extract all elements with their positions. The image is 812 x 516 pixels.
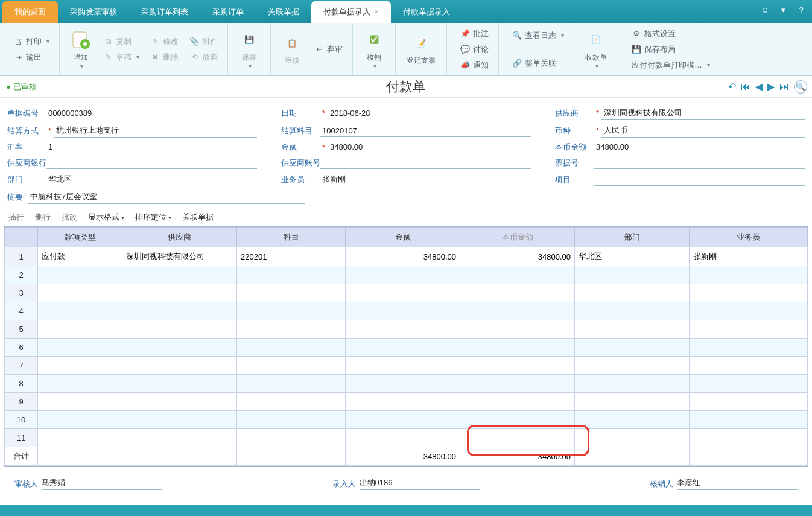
- table-row[interactable]: 3: [5, 284, 808, 302]
- delete-button[interactable]: ✖删除: [147, 50, 182, 65]
- cell-local[interactable]: [460, 320, 575, 339]
- printtpl-button[interactable]: 应付付款单打印模…: [628, 58, 714, 72]
- cell-supplier[interactable]: [122, 375, 237, 393]
- table-row[interactable]: 7: [5, 357, 808, 375]
- cell-account[interactable]: [237, 266, 346, 284]
- doc-no-field[interactable]: 0000000389: [46, 107, 257, 119]
- cell-amount[interactable]: [346, 375, 460, 393]
- col-amount[interactable]: 金额: [346, 228, 460, 247]
- cell-amount[interactable]: [346, 302, 460, 320]
- batch-edit-button[interactable]: 批改: [62, 212, 77, 223]
- save-button[interactable]: 💾 保存: [234, 27, 264, 72]
- cell-dept[interactable]: [575, 284, 690, 302]
- cell-type[interactable]: [38, 375, 122, 393]
- cell-dept[interactable]: [575, 357, 690, 375]
- cell-supplier[interactable]: [122, 411, 237, 429]
- cell-supplier[interactable]: [122, 320, 237, 339]
- cell-type[interactable]: [38, 284, 122, 302]
- next-icon[interactable]: ▶: [767, 81, 775, 92]
- cell-sales[interactable]: [690, 266, 808, 284]
- abandon-button[interactable]: ⟲放弃: [186, 50, 221, 65]
- table-row[interactable]: 4: [5, 302, 808, 320]
- notify-button[interactable]: 📣通知: [457, 58, 492, 72]
- cell-dept[interactable]: [575, 339, 690, 357]
- cell-dept[interactable]: [575, 375, 690, 393]
- col-supplier[interactable]: 供应商: [122, 228, 237, 247]
- cell-amount[interactable]: [346, 284, 460, 302]
- cell-account[interactable]: [237, 393, 346, 411]
- rate-field[interactable]: 1: [46, 141, 257, 153]
- undo-icon[interactable]: ↶: [728, 81, 736, 92]
- tab-mydesk[interactable]: 我的桌面: [2, 1, 58, 23]
- whole-rel-button[interactable]: 🔗整单关联: [509, 56, 568, 71]
- tab-active[interactable]: 付款单据录入×: [311, 1, 391, 23]
- cell-sales[interactable]: [690, 357, 808, 375]
- local-amount-field[interactable]: 34800.00: [594, 141, 805, 153]
- viewlog-button[interactable]: 🔍查看日志: [509, 28, 568, 43]
- cell-local[interactable]: [460, 375, 575, 393]
- cell-supplier[interactable]: [122, 339, 237, 357]
- dept-field[interactable]: 华北区: [46, 173, 257, 186]
- add-button[interactable]: 增加: [66, 27, 96, 72]
- tab-item[interactable]: 采购订单: [200, 1, 256, 23]
- cell-dept[interactable]: [575, 429, 690, 447]
- table-row[interactable]: 2: [5, 266, 808, 284]
- insert-row-button[interactable]: 插行: [8, 212, 24, 223]
- copy-button[interactable]: ⧉复制: [100, 34, 143, 49]
- audit-button[interactable]: 📋 审核: [277, 30, 307, 68]
- prev-icon[interactable]: ◀: [755, 81, 763, 92]
- cell-sales[interactable]: [690, 339, 808, 357]
- cell-dept[interactable]: [575, 393, 690, 411]
- supplier-field[interactable]: 深圳同视科技有限公司: [601, 106, 805, 120]
- salesman-field[interactable]: 张新刚: [320, 173, 531, 186]
- cell-account[interactable]: [237, 320, 346, 339]
- auditor-field[interactable]: 马秀娟: [42, 477, 162, 490]
- help-icon[interactable]: ?: [795, 4, 807, 16]
- cell-local[interactable]: [460, 266, 575, 284]
- cell-type[interactable]: [38, 339, 122, 357]
- cell-local[interactable]: [460, 357, 575, 375]
- cell-sales[interactable]: [690, 302, 808, 320]
- attach-button[interactable]: 📎附件: [186, 34, 221, 49]
- cell-dept[interactable]: [575, 320, 690, 339]
- table-row[interactable]: 1 应付款 深圳同视科技有限公司 220201 34800.00 34800.0…: [5, 247, 808, 266]
- cell-amount[interactable]: [346, 357, 460, 375]
- cell-supplier[interactable]: [122, 393, 237, 411]
- cell-local[interactable]: [460, 393, 575, 411]
- col-dept[interactable]: 部门: [575, 228, 690, 247]
- cell-dept[interactable]: [575, 411, 690, 429]
- table-row[interactable]: 8: [5, 375, 808, 393]
- cell-amount[interactable]: [346, 429, 460, 447]
- tab-item[interactable]: 采购订单列表: [129, 1, 200, 23]
- cell-local[interactable]: [460, 284, 575, 302]
- cell-type[interactable]: [38, 393, 122, 411]
- savelayout-button[interactable]: 💾保存布局: [628, 42, 714, 57]
- receipt-button[interactable]: 📄 收款单: [580, 27, 612, 72]
- print-button[interactable]: 🖨打印: [10, 34, 53, 49]
- account-subj-field[interactable]: 10020107: [320, 125, 531, 137]
- assoc-doc-button[interactable]: 关联单据: [182, 212, 214, 223]
- cell-account[interactable]: [237, 302, 346, 320]
- cell-dept[interactable]: [575, 302, 690, 320]
- cell-amount[interactable]: [346, 320, 460, 339]
- settle-field[interactable]: 杭州银行上地支行: [54, 124, 257, 138]
- display-format-button[interactable]: 显示格式: [88, 212, 124, 223]
- draft-button[interactable]: ✎草稿: [100, 50, 143, 65]
- table-row[interactable]: 6: [5, 339, 808, 357]
- cell-account[interactable]: [237, 339, 346, 357]
- supplier-bank-field[interactable]: [46, 157, 257, 169]
- tab-item[interactable]: 付款单据录入: [391, 1, 462, 23]
- cell-account[interactable]: [237, 411, 346, 429]
- cell-supplier[interactable]: [122, 266, 237, 284]
- cell-supplier[interactable]: 深圳同视科技有限公司: [122, 247, 237, 266]
- entry-field[interactable]: 出纳0186: [360, 477, 480, 490]
- cell-local[interactable]: [460, 339, 575, 357]
- cell-supplier[interactable]: [122, 429, 237, 447]
- cell-sales[interactable]: [690, 429, 808, 447]
- table-row[interactable]: 9: [5, 393, 808, 411]
- cell-account[interactable]: [237, 357, 346, 375]
- cell-sales[interactable]: [690, 393, 808, 411]
- tab-item[interactable]: 采购发票审核: [58, 1, 129, 23]
- remark-button[interactable]: 📌批注: [457, 27, 492, 41]
- cell-account[interactable]: [237, 429, 346, 447]
